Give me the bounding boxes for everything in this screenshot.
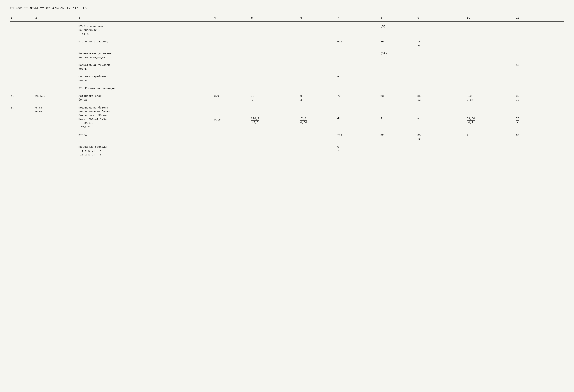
rnt-c10 [466, 62, 515, 72]
rs2-c9 [416, 85, 466, 91]
r5-c6: I,8 0,54 [299, 105, 336, 130]
r1-c1 [10, 23, 34, 37]
row-itogo1: Итого по I разделу 6I87 86 I6 6 ← – [10, 39, 564, 49]
th-col6: 6 [299, 14, 336, 21]
r4-c8: 23 [379, 93, 416, 103]
r5-c3: Подливка из бетонапод основание блок–бок… [78, 105, 213, 130]
r5-c9: – [416, 105, 466, 130]
frac-18-054: I,8 0,54 [300, 117, 307, 124]
r1-c10 [466, 23, 515, 37]
rnc-c1 [10, 51, 34, 60]
rn-c7: 6 7 [336, 144, 379, 157]
ri1-c4 [213, 39, 250, 49]
ri2-c4 [213, 133, 250, 142]
r5-c11: I5 – [515, 105, 564, 130]
row-nuchp: НУЧП в плановыхнакоплениях –– 44 % (9) [10, 23, 564, 37]
th-col8: 8 [379, 14, 416, 21]
rsz-c1 [10, 74, 34, 83]
ri2-c2 [34, 133, 78, 142]
rnt-c5 [250, 62, 299, 72]
row-nakladnye: Накладные расходы –– 8,6 % от п.4–I6,2 %… [10, 144, 564, 157]
row-smetnaya: Сметная заработнаяплата 92 [10, 74, 564, 83]
rsz-c5 [250, 74, 299, 83]
rnt-c7 [336, 62, 379, 72]
ri2-c8: 32 [379, 133, 416, 142]
frac-18-6: I8 6 [251, 94, 254, 102]
spacer-row [10, 21, 564, 23]
row-itogo2: Итого III 32 35 I2 ↓ 69 [10, 133, 564, 142]
ri2-c1 [10, 133, 34, 142]
ri1-c2 [34, 39, 78, 49]
frac-16-6: I6 6 [417, 40, 421, 48]
rn-c6 [299, 144, 336, 157]
r1-c9 [416, 23, 466, 37]
ri2-c5 [250, 133, 299, 142]
rnc-c2 [34, 51, 78, 60]
r5-c7: 41 [336, 105, 379, 130]
header-row: I 2 3 4 5 6 7 8 9 IO II [10, 14, 564, 21]
rsz-c10 [466, 74, 515, 83]
th-col11: II [515, 14, 564, 21]
th-col4: 4 [213, 14, 250, 21]
th-col7: 7 [336, 14, 379, 21]
r5-c8: 9 [379, 105, 416, 130]
rnt-c11: 57 [515, 62, 564, 72]
frac-8380-07: 83,80 0,7 [467, 117, 475, 124]
r1-c6 [299, 23, 336, 37]
ri2-c7: III [336, 133, 379, 142]
rs2-c6 [299, 85, 336, 91]
rsz-c9 [416, 74, 466, 83]
rsz-c2 [34, 74, 78, 83]
rnc-c9 [416, 51, 466, 60]
rsz-c4 [213, 74, 250, 83]
frac-10-387: IO 3,87 [467, 94, 473, 102]
rnt-c2 [34, 62, 78, 72]
r4-c11: 39 I5 [515, 93, 564, 103]
rs2-c8 [379, 85, 416, 91]
rnt-c6 [299, 62, 336, 72]
th-col3: 3 [78, 14, 213, 21]
rn-c1 [10, 144, 34, 157]
ri1-c1 [10, 39, 34, 49]
frac-i5-dash: I5 – [516, 117, 519, 124]
spacer-row [10, 103, 564, 105]
r5-c10: 83,80 0,7 [466, 105, 515, 130]
frac-35-12b: 35 I2 [417, 133, 421, 141]
th-col5: 5 [250, 14, 299, 21]
rs2-c2 [34, 85, 78, 91]
spacer-row [10, 142, 564, 144]
rnc-c4 [213, 51, 250, 60]
spacer-row [10, 72, 564, 74]
rsz-c6 [299, 74, 336, 83]
rsz-c8 [379, 74, 416, 83]
r4-c5: I8 6 [250, 93, 299, 103]
ri2-c11: 69 [515, 133, 564, 142]
r1-c5 [250, 23, 299, 37]
r4-c6: 9 3 [299, 93, 336, 103]
th-col1: I [10, 14, 34, 21]
rnc-c8: (37) [379, 51, 416, 60]
ri1-c11: – [515, 39, 564, 49]
rs2-c1 [10, 85, 34, 91]
rnc-c6 [299, 51, 336, 60]
th-col9: 9 [416, 14, 466, 21]
rn-c9 [416, 144, 466, 157]
main-table: I 2 3 4 5 6 7 8 9 IO II НУЧП в плановыхн… [10, 14, 564, 163]
rnc-c7 [336, 51, 379, 60]
r5-c1: 5. [10, 105, 34, 130]
spacer-row [10, 158, 564, 163]
rnt-c3: Нормативная трудоем–кость [78, 62, 213, 72]
spacer-row [10, 131, 564, 133]
spacer-row [10, 83, 564, 85]
rsz-c11 [515, 74, 564, 83]
r1-c4 [213, 23, 250, 37]
rnt-c8 [379, 62, 416, 72]
ri1-c6 [299, 39, 336, 49]
ri2-c6 [299, 133, 336, 142]
frac-6-7: 6 7 [337, 145, 339, 153]
rnt-c4 [213, 62, 250, 72]
row-normtrud: Нормативная трудоем–кость 57 [10, 62, 564, 72]
frac-35-12: 35 I2 [417, 94, 421, 102]
r1-c8: (9) [379, 23, 416, 37]
r4-c7: 70 [336, 93, 379, 103]
